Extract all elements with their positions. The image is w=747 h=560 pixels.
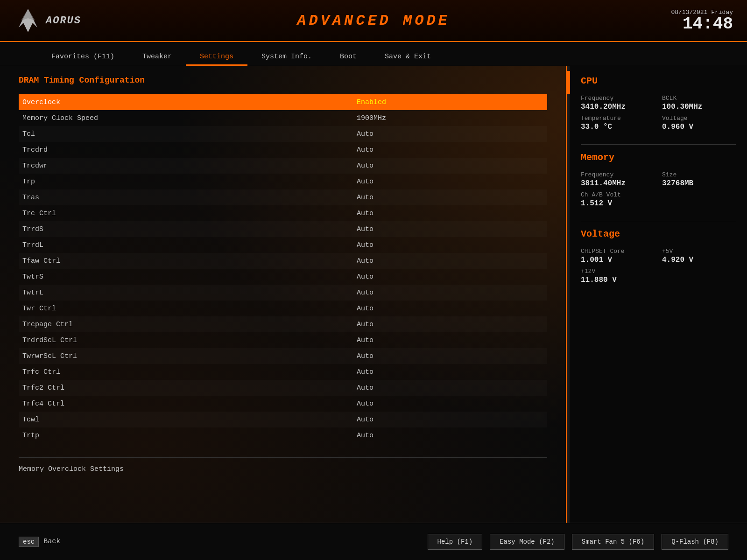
setting-name: Trfc Ctrl [22,368,357,376]
setting-row[interactable]: TrcdrdAuto [19,142,547,158]
setting-row[interactable]: TrasAuto [19,189,547,205]
memory-frequency-item: Frequency 3811.40MHz [581,171,655,188]
setting-row[interactable]: Twr CtrlAuto [19,301,547,316]
setting-name: Trfc4 Ctrl [22,400,357,408]
voltage-12v-label: +12V [581,268,736,275]
logo-text: AORUS [46,15,81,27]
cpu-frequency-item: Frequency 3410.20MHz [581,95,655,111]
memory-title: Memory [581,152,736,165]
setting-value: Enabled [357,98,543,106]
setting-row[interactable]: Tfaw CtrlAuto [19,253,547,269]
setting-row[interactable]: TrrdLAuto [19,237,547,253]
setting-name: TrrdS [22,225,357,233]
cpu-voltage-value: 0.960 V [662,123,736,131]
setting-row[interactable]: TrrdSAuto [19,221,547,237]
voltage-chipset-value: 1.001 V [581,256,655,264]
setting-value: Auto [357,289,543,297]
setting-row[interactable]: TwrwrScL CtrlAuto [19,348,547,364]
memory-size-label: Size [662,171,736,178]
nav-sysinfo[interactable]: System Info. [247,49,326,66]
memory-section: Memory Frequency 3811.40MHz Size 32768MB… [581,152,736,208]
setting-row[interactable]: Trfc2 CtrlAuto [19,380,547,396]
memory-frequency-value: 3811.40MHz [581,179,655,188]
memory-grid: Frequency 3811.40MHz Size 32768MB Ch A/B… [581,171,736,208]
dram-section-title: DRAM Timing Configuration [19,76,547,85]
cpu-temperature-item: Temperature 33.0 °C [581,115,655,131]
cpu-section: CPU Frequency 3410.20MHz BCLK 100.30MHz … [581,76,736,131]
left-panel: DRAM Timing Configuration OverclockEnabl… [0,66,567,523]
easymode-button[interactable]: Easy Mode (F2) [490,534,564,550]
setting-name: Memory Clock Speed [22,114,357,122]
scrollbar-thumb[interactable] [567,71,570,94]
setting-value: Auto [357,336,543,344]
memory-size-value: 32768MB [662,179,736,188]
setting-row[interactable]: TcwlAuto [19,412,547,427]
setting-name: Trcdwr [22,162,357,170]
setting-value: Auto [357,225,543,233]
setting-row[interactable]: TrcdwrAuto [19,158,547,174]
esc-badge: esc [19,537,39,547]
setting-value: 1900MHz [357,114,543,122]
setting-row[interactable]: TrpAuto [19,174,547,189]
cpu-bclk-label: BCLK [662,95,736,102]
nav-favorites[interactable]: Favorites (F11) [37,49,128,66]
setting-row[interactable]: OverclockEnabled [19,94,547,110]
voltage-5v-item: +5V 4.920 V [662,248,736,264]
setting-value: Auto [357,162,543,170]
cpu-voltage-label: Voltage [662,115,736,122]
nav-bar: Favorites (F11) Tweaker Settings System … [0,42,747,66]
nav-tweaker[interactable]: Tweaker [128,49,186,66]
setting-row[interactable]: Trc CtrlAuto [19,205,547,221]
esc-back-button[interactable]: esc Back [19,537,60,547]
setting-name: Trcdrd [22,146,357,154]
setting-name: Tfaw Ctrl [22,257,357,265]
setting-value: Auto [357,416,543,424]
voltage-chipset-item: CHIPSET Core 1.001 V [581,248,655,264]
cpu-bclk-value: 100.30MHz [662,103,736,111]
cpu-grid: Frequency 3410.20MHz BCLK 100.30MHz Temp… [581,95,736,131]
setting-row[interactable]: Trfc CtrlAuto [19,364,547,380]
setting-value: Auto [357,321,543,329]
setting-name: Trtp [22,432,357,440]
setting-row[interactable]: Trcpage CtrlAuto [19,316,547,332]
cpu-temperature-label: Temperature [581,115,655,122]
memory-frequency-label: Frequency [581,171,655,178]
setting-value: Auto [357,305,543,313]
setting-row[interactable]: TrdrdScL CtrlAuto [19,332,547,348]
settings-table: OverclockEnabledMemory Clock Speed1900MH… [19,94,547,443]
setting-name: Trcpage Ctrl [22,321,357,329]
cpu-voltage-item: Voltage 0.960 V [662,115,736,131]
esc-label: Back [43,538,60,546]
scrollbar[interactable] [567,66,570,523]
setting-row[interactable]: TrtpAuto [19,427,547,443]
setting-row[interactable]: TclAuto [19,126,547,142]
setting-value: Auto [357,368,543,376]
setting-row[interactable]: Trfc4 CtrlAuto [19,396,547,412]
page-wrapper: AORUS ADVANCED MODE 08/13/2021 Friday 14… [0,0,747,560]
main-content: DRAM Timing Configuration OverclockEnabl… [0,66,747,523]
qflash-button[interactable]: Q-Flash (F8) [662,534,728,550]
setting-name: TwtrS [22,273,357,281]
setting-value: Auto [357,273,543,281]
smartfan-button[interactable]: Smart Fan 5 (F6) [572,534,654,550]
memory-chvolt-item: Ch A/B Volt 1.512 V [581,191,736,208]
voltage-section: Voltage CHIPSET Core 1.001 V +5V 4.920 V… [581,229,736,284]
setting-name: Tras [22,194,357,202]
setting-row[interactable]: TwtrLAuto [19,285,547,301]
voltage-12v-value: 11.880 V [581,276,736,284]
wolf-logo-icon [14,7,42,35]
voltage-chipset-label: CHIPSET Core [581,248,655,255]
cpu-frequency-value: 3410.20MHz [581,103,655,111]
nav-saveexit[interactable]: Save & Exit [371,49,445,66]
setting-row[interactable]: TwtrSAuto [19,269,547,285]
cpu-bclk-item: BCLK 100.30MHz [662,95,736,111]
setting-value: Auto [357,146,543,154]
logo-area: AORUS [14,7,81,35]
nav-boot[interactable]: Boot [326,49,371,66]
nav-settings[interactable]: Settings [186,49,247,66]
header: AORUS ADVANCED MODE 08/13/2021 Friday 14… [0,0,747,42]
setting-row[interactable]: Memory Clock Speed1900MHz [19,110,547,126]
setting-value: Auto [357,257,543,265]
help-button[interactable]: Help (F1) [428,534,483,550]
setting-name: TwrwrScL Ctrl [22,352,357,360]
